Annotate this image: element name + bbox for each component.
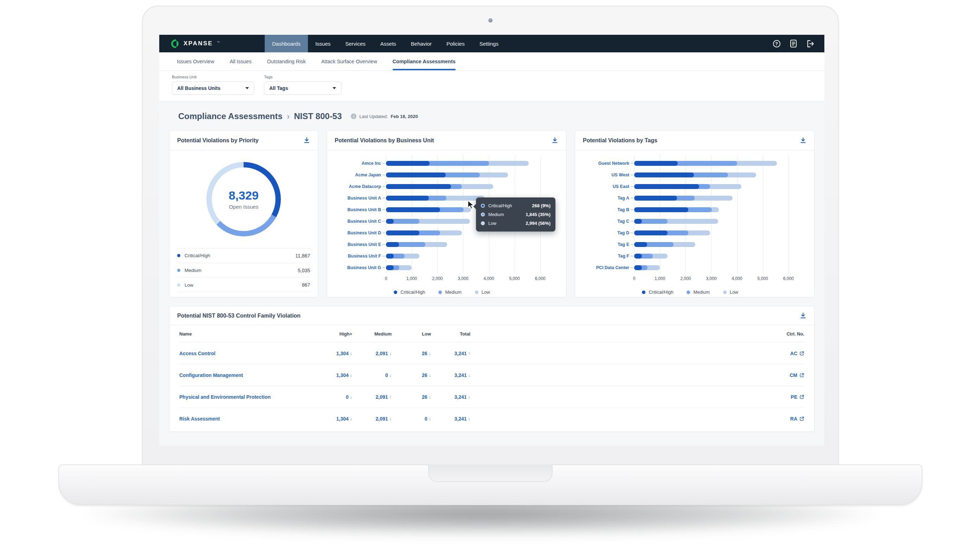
- bar-row[interactable]: [386, 250, 551, 262]
- bar-row[interactable]: [634, 169, 799, 181]
- bar-row[interactable]: [634, 262, 799, 273]
- ctrl-link[interactable]: CM: [790, 372, 804, 378]
- axis-tick-mark: [631, 158, 633, 169]
- download-icon[interactable]: [551, 137, 558, 144]
- control-family-link[interactable]: Physical and Environmental Protection: [179, 394, 271, 400]
- category-label[interactable]: Business Unit B: [333, 204, 381, 215]
- x-axis: 01,0002,0003,0004,0005,0006,000: [386, 275, 551, 283]
- category-label[interactable]: Amce Inc: [333, 158, 381, 169]
- ctrl-link[interactable]: PE: [791, 394, 804, 400]
- bar-segment-critical-high: [634, 254, 642, 259]
- bar-row[interactable]: [634, 239, 799, 250]
- category-label[interactable]: US West: [581, 169, 629, 181]
- download-icon[interactable]: [800, 137, 806, 144]
- bar-row[interactable]: [634, 215, 799, 227]
- download-icon[interactable]: [303, 137, 310, 144]
- category-label[interactable]: Tag D: [581, 227, 629, 239]
- ctrl-link[interactable]: AC: [790, 351, 804, 356]
- category-label[interactable]: Tag C: [581, 215, 629, 227]
- nav-item-assets[interactable]: Assets: [373, 35, 403, 52]
- legend-row: Low867: [177, 278, 310, 292]
- control-family-table: NameHigh+MediumLowTotalCtrl. No. Access …: [169, 325, 814, 431]
- nav-item-issues[interactable]: Issues: [308, 35, 338, 52]
- nav-item-settings[interactable]: Settings: [472, 35, 506, 52]
- x-axis-tick: 4,000: [731, 276, 742, 281]
- bar-row[interactable]: [634, 204, 799, 215]
- business-unit-select[interactable]: All Business Units: [172, 81, 254, 95]
- category-label[interactable]: Tag B: [581, 204, 629, 215]
- bar-segment-critical-high: [634, 184, 699, 189]
- nav-item-behavior[interactable]: Behavior: [403, 35, 439, 52]
- business-unit-card-header: Potential Violations by Business Unit: [327, 131, 566, 150]
- tab-compliance-assessments[interactable]: Compliance Assessments: [393, 52, 456, 70]
- category-label[interactable]: Tag A: [581, 192, 629, 204]
- help-icon[interactable]: ?: [772, 39, 781, 48]
- cell-value: 3,241: [454, 416, 467, 422]
- brand-logo[interactable]: XPANSE ™: [159, 35, 265, 52]
- page: XPANSE ™ DashboardsIssuesServicesAssetsB…: [0, 0, 959, 560]
- release-notes-icon[interactable]: [789, 39, 798, 48]
- control-family-link[interactable]: Access Control: [179, 351, 215, 356]
- axis-tick-mark: [382, 192, 385, 204]
- chart-legend: Critical/HighMediumLow: [333, 290, 551, 295]
- nav-item-services[interactable]: Services: [338, 35, 373, 52]
- category-label[interactable]: Tag E: [581, 239, 629, 250]
- category-label[interactable]: Business Unit D: [333, 227, 381, 239]
- tooltip-label: Medium: [488, 212, 522, 217]
- nav-item-dashboards[interactable]: Dashboards: [265, 35, 308, 52]
- bar-row[interactable]: [386, 158, 551, 169]
- bar-segment-critical-high: [634, 172, 694, 177]
- legend-item: Medium: [438, 290, 461, 295]
- breadcrumb-chevron-icon: ›: [287, 112, 290, 121]
- bar-row[interactable]: [386, 262, 551, 273]
- category-label[interactable]: Tag F: [581, 250, 629, 262]
- category-label[interactable]: Business Unit F: [333, 250, 381, 262]
- logout-icon[interactable]: [806, 39, 814, 48]
- tab-all-issues[interactable]: All Issues: [229, 52, 251, 70]
- nav-item-policies[interactable]: Policies: [439, 35, 472, 52]
- page-body: Compliance Assessments › NIST 800-53 i L…: [159, 102, 824, 432]
- bar-row[interactable]: [634, 158, 799, 169]
- control-family-link[interactable]: Configuration Management: [179, 372, 243, 378]
- category-label[interactable]: Business Unit G: [333, 262, 381, 273]
- cell-value: 26: [422, 372, 427, 378]
- bar-row[interactable]: [634, 250, 799, 262]
- laptop-hinge-notch: [428, 465, 553, 482]
- tab-outstanding-risk[interactable]: Outstanding Risk: [267, 52, 306, 70]
- bar-row[interactable]: [634, 192, 799, 204]
- category-label[interactable]: Business Unit E: [333, 239, 381, 250]
- control-family-link[interactable]: Risk Assessment: [179, 416, 220, 422]
- ctrl-link[interactable]: RA: [790, 416, 804, 422]
- page-subtitle: NIST 800-53: [294, 111, 342, 121]
- x-axis-tick: 3,000: [458, 276, 468, 281]
- axis-plot: 01,0002,0003,0004,0005,0006,000: [634, 273, 799, 283]
- bar-row[interactable]: [634, 227, 799, 239]
- cell-value: 0: [385, 372, 388, 378]
- bar-row[interactable]: [386, 181, 551, 192]
- tab-attack-surface-overview[interactable]: Attack Surface Overview: [321, 52, 377, 70]
- category-label[interactable]: Acme Datacorp: [333, 181, 381, 192]
- bar-row[interactable]: [386, 239, 551, 250]
- bar-segment-critical-high: [386, 254, 394, 259]
- category-label[interactable]: Acme Japan: [333, 169, 381, 181]
- bar-segment-critical-high: [634, 207, 688, 212]
- category-label[interactable]: US East: [581, 181, 629, 192]
- business-unit-filter: Business Unit All Business Units: [172, 75, 254, 95]
- control-family-name: Access Control: [179, 351, 313, 356]
- axis-tick-mark: [382, 204, 385, 215]
- control-family-name: Configuration Management: [179, 372, 313, 378]
- x-axis-tick: 0: [633, 276, 636, 281]
- download-icon[interactable]: [800, 312, 806, 319]
- last-updated: i Last Updated: Feb 18, 2020: [351, 113, 417, 119]
- bar-row[interactable]: [634, 181, 799, 192]
- bar-row[interactable]: [386, 169, 551, 181]
- chart-legend: Critical/HighMediumLow: [581, 290, 799, 295]
- category-label[interactable]: PCI Data Center: [581, 262, 629, 273]
- legend-dot: [687, 291, 690, 294]
- open-issues-label: Open Issues: [229, 204, 258, 210]
- category-label[interactable]: Business Unit A: [333, 192, 381, 204]
- category-label[interactable]: Business Unit C: [333, 215, 381, 227]
- category-label[interactable]: Guest Network: [581, 158, 629, 169]
- tags-select[interactable]: All Tags: [264, 81, 341, 95]
- tab-issues-overview[interactable]: Issues Overview: [177, 52, 214, 70]
